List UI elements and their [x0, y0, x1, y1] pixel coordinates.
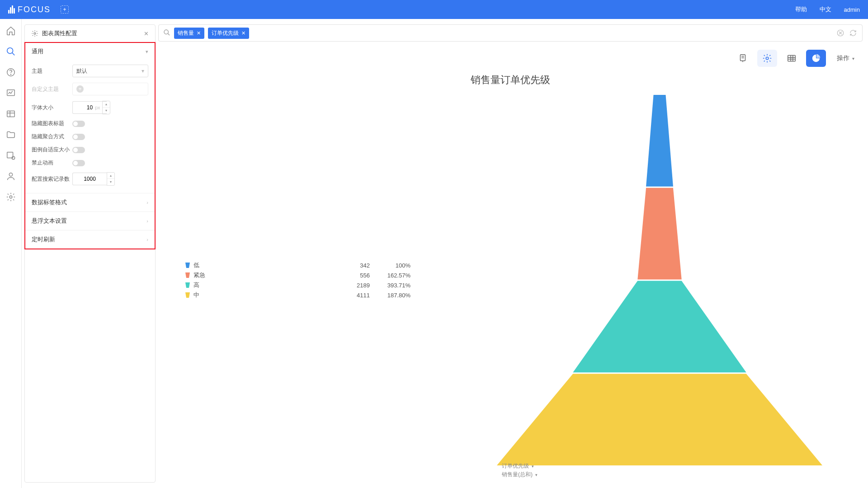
app-name: FOCUS — [18, 5, 51, 14]
section-general-label: 通用 — [32, 47, 43, 56]
chevron-down-icon: ▾ — [532, 464, 534, 469]
chart-settings-button[interactable] — [757, 50, 777, 67]
hide-agg-label: 隐藏聚合方式 — [32, 133, 72, 141]
record-limit-decrement[interactable]: ▾ — [107, 179, 114, 185]
add-custom-theme-button[interactable]: + — [72, 83, 148, 95]
chart-view-button[interactable] — [806, 50, 826, 67]
funnel-segment[interactable] — [646, 95, 673, 187]
legend-auto-label: 图例自适应大小 — [32, 146, 72, 154]
gear-icon — [31, 30, 38, 37]
section-data-label-format[interactable]: 数据标签格式 › — [25, 193, 155, 211]
theme-label: 主题 — [32, 67, 72, 75]
search-icon — [163, 29, 170, 38]
nav-settings[interactable] — [5, 192, 16, 202]
legend-row[interactable]: 高 2189 393.71% — [185, 280, 466, 290]
legend-row[interactable]: 低 342 100% — [185, 260, 466, 270]
svg-point-0 — [7, 48, 13, 54]
chevron-right-icon: › — [146, 200, 148, 205]
config-panel-title: 图表属性配置 — [42, 29, 144, 38]
refresh-button[interactable] — [849, 28, 858, 38]
chip-remove-button[interactable]: ✕ — [197, 30, 201, 36]
table-view-button[interactable] — [782, 50, 802, 67]
new-tab-button[interactable]: + — [61, 5, 69, 14]
font-size-label: 字体大小 — [32, 104, 72, 112]
legend-name: 低 — [193, 261, 329, 269]
nav-tables[interactable] — [5, 108, 16, 119]
chart-title: 销售量订单优先级 — [167, 73, 854, 87]
nav-data-config[interactable] — [5, 150, 16, 161]
legend-auto-switch[interactable] — [72, 147, 85, 153]
search-chip[interactable]: 销售量✕ — [174, 28, 204, 39]
legend-name: 紧急 — [193, 271, 329, 279]
help-link[interactable]: 帮助 — [795, 5, 807, 14]
section-auto-refresh[interactable]: 定时刷新 › — [25, 230, 155, 249]
legend-percent: 100% — [370, 262, 410, 269]
nav-search[interactable] — [5, 46, 16, 57]
font-size-decrement[interactable]: ▾ — [103, 108, 110, 114]
legend-row[interactable]: 紧急 556 162.57% — [185, 270, 466, 280]
theme-value: 默认 — [76, 67, 87, 75]
legend-value: 556 — [329, 272, 370, 279]
user-menu[interactable]: admin — [844, 6, 860, 13]
record-limit-label: 配置搜索记录数 — [32, 175, 72, 183]
chevron-down-icon: ▾ — [146, 49, 148, 55]
nav-home[interactable] — [5, 25, 16, 36]
search-bar[interactable]: 销售量✕ 订单优先级✕ — [158, 24, 863, 42]
action-menu[interactable]: 操作 ▾ — [837, 54, 854, 62]
chart-config-panel: 图表属性配置 ✕ 通用 ▾ 主题 默认 ▾ 自定 — [24, 24, 156, 483]
measure-selector[interactable]: 销售量(总和)▾ — [502, 470, 538, 479]
clear-search-button[interactable] — [836, 28, 845, 38]
legend-percent: 393.71% — [370, 282, 410, 289]
pin-button[interactable] — [733, 50, 753, 67]
custom-theme-label: 自定义主题 — [32, 85, 72, 93]
legend-value: 342 — [329, 262, 370, 269]
section-tooltip-settings[interactable]: 悬浮文本设置 › — [25, 211, 155, 230]
chart-legend: 低 342 100% 紧急 556 162.57% 高 2189 393.71%… — [167, 95, 466, 465]
svg-point-10 — [164, 30, 168, 34]
legend-row[interactable]: 中 4111 187.80% — [185, 290, 466, 300]
nav-folders[interactable] — [5, 129, 16, 140]
svg-point-13 — [766, 57, 769, 60]
theme-select[interactable]: 默认 ▾ — [72, 65, 148, 77]
svg-point-7 — [9, 173, 12, 176]
close-panel-button[interactable]: ✕ — [144, 30, 149, 37]
chevron-right-icon: › — [146, 218, 148, 224]
font-size-increment[interactable]: ▴ — [103, 101, 110, 108]
chip-remove-button[interactable]: ✕ — [241, 30, 245, 36]
svg-rect-4 — [7, 111, 14, 117]
nav-users[interactable] — [5, 171, 16, 182]
nav-help[interactable] — [5, 67, 16, 78]
svg-point-9 — [34, 33, 36, 34]
svg-rect-3 — [7, 90, 14, 96]
legend-color-icon — [185, 282, 190, 288]
chevron-down-icon: ▾ — [142, 68, 144, 74]
svg-rect-14 — [788, 56, 796, 61]
nav-charts[interactable] — [5, 88, 16, 99]
disable-anim-switch[interactable] — [72, 160, 85, 166]
legend-value: 2189 — [329, 282, 370, 289]
hide-agg-switch[interactable] — [72, 134, 85, 140]
language-toggle[interactable]: 中文 — [820, 5, 831, 14]
funnel-chart — [497, 95, 822, 465]
font-size-input[interactable] — [72, 101, 107, 114]
legend-value: 4111 — [329, 292, 370, 299]
hide-title-switch[interactable] — [72, 121, 85, 127]
chevron-down-icon: ▾ — [535, 473, 538, 477]
app-logo: FOCUS — [8, 5, 51, 14]
logo-icon — [8, 5, 15, 14]
funnel-segment[interactable] — [497, 374, 822, 465]
chevron-right-icon: › — [146, 237, 148, 242]
svg-point-8 — [9, 196, 12, 198]
legend-color-icon — [185, 292, 190, 298]
disable-anim-label: 禁止动画 — [32, 159, 72, 167]
hide-title-label: 隐藏图表标题 — [32, 120, 72, 127]
section-general[interactable]: 通用 ▾ — [25, 43, 155, 60]
funnel-segment[interactable] — [637, 188, 681, 280]
record-limit-input[interactable] — [72, 173, 107, 185]
search-chip[interactable]: 订单优先级✕ — [208, 28, 249, 39]
funnel-segment[interactable] — [573, 281, 746, 373]
legend-color-icon — [185, 272, 190, 278]
svg-point-2 — [10, 74, 11, 75]
record-limit-increment[interactable]: ▴ — [107, 173, 114, 179]
dimension-selector[interactable]: 订单优先级▾ — [502, 462, 538, 470]
